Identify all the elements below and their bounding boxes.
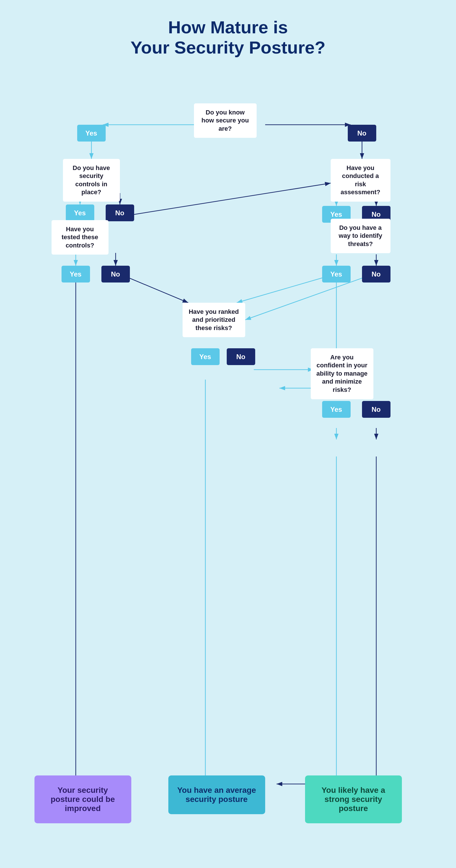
page-wrapper: How Mature is Your Security Posture? bbox=[0, 0, 456, 868]
svg-line-18 bbox=[127, 277, 188, 303]
no6-node: No bbox=[227, 348, 255, 365]
yes1-node: Yes bbox=[77, 125, 106, 142]
start-node: Do you know how secure you are? bbox=[194, 103, 256, 138]
no2-node: No bbox=[106, 205, 134, 221]
page-title: How Mature is Your Security Posture? bbox=[23, 17, 433, 58]
yes6-node: Yes bbox=[191, 348, 220, 365]
identify-threats-node: Do you have a way to identify threats? bbox=[331, 219, 391, 253]
security-controls-node: Do you have security controls in place? bbox=[63, 159, 120, 202]
no4-node: No bbox=[101, 266, 130, 282]
no5-node: No bbox=[362, 266, 391, 282]
outcome-average: You have an average security posture bbox=[168, 775, 265, 814]
yes4-node: Yes bbox=[62, 266, 90, 282]
svg-line-20 bbox=[245, 277, 365, 320]
tested-controls-node: Have you tested these controls? bbox=[52, 220, 109, 255]
no7-node: No bbox=[362, 401, 391, 418]
svg-line-19 bbox=[237, 277, 325, 303]
outcome-poor: Your security posture could be improved bbox=[34, 775, 131, 823]
flowchart: Do you know how secure you are? Yes No D… bbox=[23, 75, 433, 868]
yes5-node: Yes bbox=[322, 266, 351, 282]
risk-assessment-node: Have you conducted a risk assessment? bbox=[331, 159, 391, 202]
ranked-risks-node: Have you ranked and prioritized these ri… bbox=[183, 303, 245, 337]
outcome-strong: You likely have a strong security postur… bbox=[305, 775, 402, 823]
svg-line-10 bbox=[134, 183, 331, 214]
manage-risks-node: Are you confident in your ability to man… bbox=[311, 348, 373, 399]
yes2-node: Yes bbox=[66, 205, 94, 221]
yes7-node: Yes bbox=[322, 401, 351, 418]
no1-node: No bbox=[348, 125, 376, 142]
